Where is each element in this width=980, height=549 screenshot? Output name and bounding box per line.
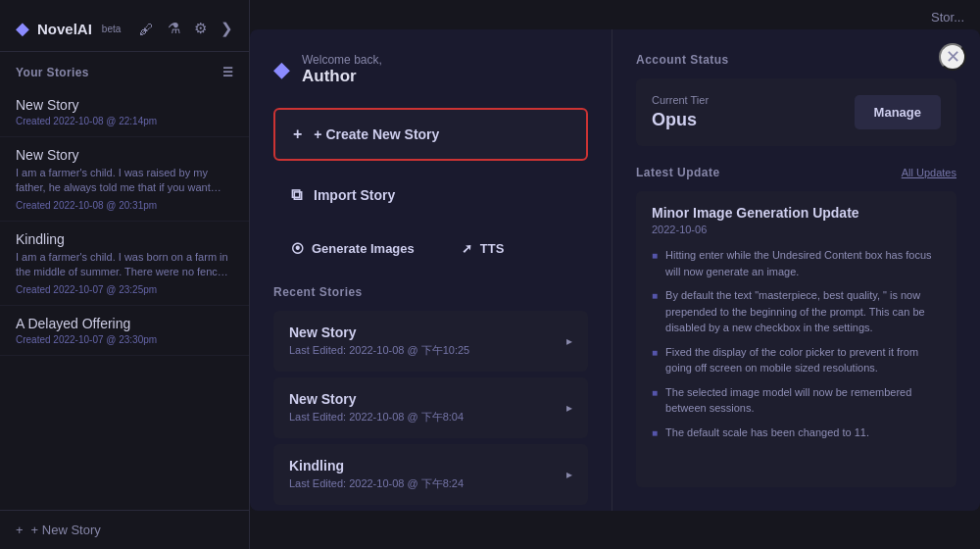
story-date: Created 2022-10-08 @ 22:14pm — [16, 116, 233, 126]
import-icon: ⧉ — [291, 186, 302, 204]
nav-icon[interactable]: ❯ — [220, 20, 233, 37]
recent-story-date: Last Edited: 2022-10-08 @ 下午8:04 — [289, 410, 464, 424]
bullet-icon: ■ — [652, 385, 658, 400]
sidebar-story-item-2[interactable]: New Story I am a farmer's child. I was r… — [0, 137, 249, 222]
close-button[interactable]: ✕ — [939, 43, 966, 71]
import-label: Import Story — [314, 187, 395, 203]
welcome-sub: Welcome back, — [302, 53, 382, 67]
story-excerpt: I am a farmer's child. I was raised by m… — [16, 166, 233, 196]
welcome-main: Author — [302, 67, 382, 86]
sidebar-header: ◆ NovelAI beta 🖋 ⚗ ⚙ ❯ — [0, 0, 249, 52]
recent-story-name: Kindling — [289, 458, 464, 474]
tts-label: TTS — [480, 241, 505, 256]
welcome-text: Welcome back, Author — [302, 53, 382, 86]
recent-story-item-3[interactable]: Kindling Last Edited: 2022-10-08 @ 下午8:2… — [273, 444, 588, 505]
plus-icon: + — [293, 125, 302, 143]
update-item-text: By default the text "masterpiece, best q… — [665, 287, 941, 336]
bullet-icon: ■ — [652, 248, 658, 263]
your-stories-label: Your Stories — [16, 66, 89, 79]
recent-stories-section-label: Recent Stories — [273, 285, 588, 299]
account-status-label: Account Status — [636, 53, 956, 67]
create-new-label: + Create New Story — [314, 126, 439, 142]
welcome-area: ◆ Welcome back, Author — [273, 53, 588, 86]
recent-story-item-2[interactable]: New Story Last Edited: 2022-10-08 @ 下午8:… — [273, 377, 588, 438]
arrow-icon: ▸ — [566, 401, 572, 415]
create-new-story-button[interactable]: + + Create New Story — [273, 108, 588, 161]
update-item-text: Fixed the display of the color picker to… — [665, 344, 941, 376]
update-title: Minor Image Generation Update — [652, 205, 941, 221]
stories-shortcut-label: Stor... — [931, 10, 964, 25]
story-title: A Delayed Offering — [16, 316, 233, 331]
modal-left-panel: ◆ Welcome back, Author + + Create New St… — [250, 29, 612, 511]
update-item-text: Hitting enter while the Undesired Conten… — [665, 247, 941, 279]
generate-images-button[interactable]: ⦿ Generate Images — [273, 229, 432, 268]
filter-icon[interactable]: ☰ — [222, 66, 233, 79]
story-excerpt: I am a farmer's child. I was born on a f… — [16, 250, 233, 280]
bullet-icon: ■ — [652, 425, 658, 440]
new-story-label: + New Story — [31, 523, 101, 537]
update-item-4: ■ The selected image model will now be r… — [652, 384, 941, 417]
story-date: Created 2022-10-07 @ 23:25pm — [16, 284, 233, 295]
story-date: Created 2022-10-08 @ 20:31pm — [16, 200, 233, 211]
header-icons: 🖋 ⚗ ⚙ ❯ — [139, 20, 233, 37]
recent-story-info-2: New Story Last Edited: 2022-10-08 @ 下午8:… — [289, 391, 464, 424]
novelai-logo-icon: ◆ — [16, 18, 29, 39]
update-item-text: The default scale has been changed to 11… — [665, 424, 869, 441]
update-date: 2022-10-06 — [652, 224, 941, 235]
external-link-icon: ➚ — [462, 241, 472, 256]
generate-images-label: Generate Images — [312, 241, 415, 256]
topbar-right: Stor... — [931, 10, 964, 25]
action-row: ⦿ Generate Images ➚ TTS — [273, 229, 588, 268]
recent-story-name: New Story — [289, 324, 469, 340]
story-title: New Story — [16, 147, 233, 163]
bullet-icon: ■ — [652, 345, 658, 360]
import-story-button[interactable]: ⧉ Import Story — [273, 171, 588, 220]
update-card: Minor Image Generation Update 2022-10-06… — [636, 191, 956, 487]
new-story-footer-button[interactable]: + + New Story — [0, 510, 249, 549]
recent-story-item-1[interactable]: New Story Last Edited: 2022-10-08 @ 下午10… — [273, 311, 588, 372]
update-list: ■ Hitting enter while the Undesired Cont… — [652, 247, 941, 440]
tts-button[interactable]: ➚ TTS — [444, 229, 522, 268]
image-icon: ⦿ — [291, 241, 304, 256]
all-updates-link[interactable]: All Updates — [902, 167, 956, 178]
sidebar-story-item-4[interactable]: A Delayed Offering Created 2022-10-07 @ … — [0, 306, 249, 356]
latest-update-header: Latest Update All Updates — [636, 166, 956, 179]
flask-icon[interactable]: ⚗ — [168, 20, 180, 37]
welcome-modal: ✕ ◆ Welcome back, Author + + Create New … — [250, 29, 980, 511]
gear-icon[interactable]: ⚙ — [194, 20, 207, 37]
update-item-text: The selected image model will now be rem… — [665, 384, 941, 417]
tier-info: Current Tier Opus — [652, 94, 709, 130]
app-name: NovelAI — [37, 21, 92, 37]
recent-story-name: New Story — [289, 391, 464, 407]
modal-right-panel: Account Status Current Tier Opus Manage … — [612, 29, 980, 511]
story-title: Kindling — [16, 231, 233, 247]
novelai-modal-icon: ◆ — [273, 57, 290, 82]
manage-button[interactable]: Manage — [855, 95, 941, 129]
your-stories-header: Your Stories ☰ — [0, 52, 249, 87]
story-date: Created 2022-10-07 @ 23:30pm — [16, 334, 233, 345]
logo-area: ◆ NovelAI beta — [16, 18, 121, 39]
recent-story-info-3: Kindling Last Edited: 2022-10-08 @ 下午8:2… — [289, 458, 464, 491]
tier-name: Opus — [652, 110, 709, 130]
tier-card: Current Tier Opus Manage — [636, 78, 956, 146]
sidebar: ◆ NovelAI beta 🖋 ⚗ ⚙ ❯ Your Stories ☰ Ne… — [0, 0, 250, 549]
bullet-icon: ■ — [652, 288, 658, 303]
beta-label: beta — [102, 24, 121, 34]
update-item-5: ■ The default scale has been changed to … — [652, 424, 941, 441]
update-item-1: ■ Hitting enter while the Undesired Cont… — [652, 247, 941, 279]
tier-label: Current Tier — [652, 94, 709, 106]
update-item-3: ■ Fixed the display of the color picker … — [652, 344, 941, 376]
recent-story-date: Last Edited: 2022-10-08 @ 下午10:25 — [289, 343, 469, 358]
update-item-2: ■ By default the text "masterpiece, best… — [652, 287, 941, 336]
modal-body: ◆ Welcome back, Author + + Create New St… — [250, 29, 980, 511]
sidebar-story-item-1[interactable]: New Story Created 2022-10-08 @ 22:14pm — [0, 87, 249, 137]
arrow-icon: ▸ — [566, 468, 572, 481]
plus-icon: + — [16, 523, 24, 537]
story-title: New Story — [16, 97, 233, 113]
arrow-icon: ▸ — [566, 334, 572, 348]
sidebar-story-item-3[interactable]: Kindling I am a farmer's child. I was bo… — [0, 222, 249, 306]
recent-story-info-1: New Story Last Edited: 2022-10-08 @ 下午10… — [289, 324, 469, 358]
latest-update-label: Latest Update — [636, 166, 720, 179]
quill-icon[interactable]: 🖋 — [139, 21, 154, 37]
recent-story-date: Last Edited: 2022-10-08 @ 下午8:24 — [289, 476, 464, 491]
